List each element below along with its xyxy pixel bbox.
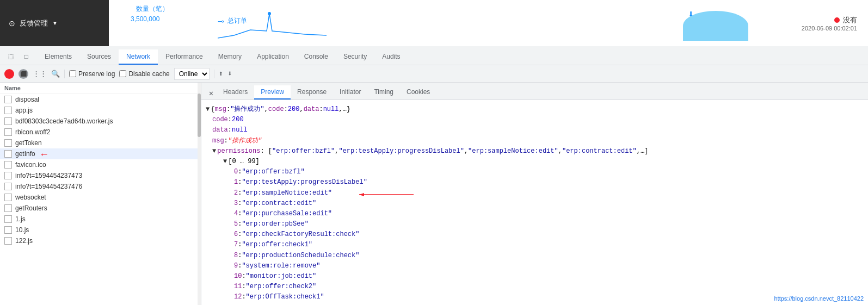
feedback-label: 反馈管理 (20, 18, 48, 28)
file-item-122js[interactable]: 122.js (0, 235, 201, 246)
stop-button[interactable]: ⬛ (19, 69, 28, 79)
file-item-appjs[interactable]: app.js (0, 105, 201, 116)
json-item-8: 8 : "erp:productionSchedule:check" (201, 251, 868, 261)
json-item-0: 0 : "erp:offer:bzfl" (201, 167, 868, 177)
file-name: app.js (15, 107, 196, 114)
tab-response[interactable]: Response (291, 85, 333, 99)
status-panel: 没有 2020-06-09 00:02:01 (759, 0, 868, 46)
tab-timing[interactable]: Timing (367, 85, 400, 99)
file-checkbox (4, 204, 12, 212)
chevron-icon: ▼ (52, 20, 58, 26)
tab-sources[interactable]: Sources (79, 49, 119, 65)
file-item-worker[interactable]: bdf08303c3cede7ad64b.worker.js (0, 116, 201, 127)
disable-cache-checkbox[interactable]: Disable cache (119, 70, 169, 78)
file-item-info1[interactable]: info?t=1594454237473 (0, 170, 201, 181)
devtools-tab-bar: ⬚ ☐ Elements Sources Network Performance… (0, 46, 868, 65)
file-checkbox (4, 237, 12, 245)
file-name: 10.js (15, 226, 196, 234)
json-item-3: 3 : "erp:contract:edit" (201, 198, 868, 209)
tab-performance[interactable]: Performance (158, 49, 211, 65)
tab-elements[interactable]: Elements (37, 49, 79, 65)
expand-arrow[interactable]: ▼ (206, 104, 210, 115)
file-item-getrouters[interactable]: getRouters (0, 203, 201, 214)
preserve-log-input[interactable] (69, 70, 76, 77)
tab-initiator[interactable]: Initiator (333, 85, 367, 99)
divider2 (214, 70, 214, 78)
file-item-favicon[interactable]: favicon.ico (0, 159, 201, 170)
file-item-10js[interactable]: 10.js (0, 225, 201, 235)
status-time: 2020-06-09 00:02:01 (802, 25, 857, 32)
file-name: getToken (15, 139, 196, 147)
network-toolbar: ⬛ ⋮⋮ 🔍 Preserve log Disable cache Online… (0, 65, 868, 83)
tab-console[interactable]: Console (297, 49, 336, 65)
status-text: 没有 (843, 15, 857, 25)
chart-area: 数量（笔） 3,500,000 ⊸ 总订单 ⬇ (109, 0, 759, 46)
file-checkbox (4, 150, 12, 158)
file-checkbox (4, 226, 12, 234)
file-item-getinfo[interactable]: getInfo ← (0, 148, 201, 159)
tab-audits[interactable]: Audits (374, 49, 408, 65)
filter-icon[interactable]: ⋮⋮ (33, 70, 47, 78)
device-icon[interactable]: ☐ (20, 49, 33, 63)
import-button[interactable]: ⬆ (219, 69, 223, 78)
scrollbar-thumb[interactable] (198, 94, 201, 137)
disable-cache-input[interactable] (119, 70, 126, 77)
preview-panel: ✕ Headers Preview Response Initiator Tim… (201, 83, 868, 305)
arrow-annotation: ← (39, 149, 49, 160)
tab-preview[interactable]: Preview (254, 85, 291, 99)
file-item-gettoken[interactable]: getToken (0, 138, 201, 148)
file-name: info?t=1594454237476 (15, 183, 196, 190)
permissions-expand[interactable]: ▼ (212, 146, 216, 157)
file-item-1js[interactable]: 1.js (0, 214, 201, 225)
bottom-link[interactable]: https://blog.csdn.nevct_82110422 (774, 294, 864, 304)
record-button[interactable] (4, 69, 14, 79)
json-msg-line: msg : "操作成功" (201, 136, 868, 146)
status-dot (834, 17, 840, 23)
json-permissions-line: ▼ permissions : [ "erp:offer:bzfl" , "er… (201, 146, 868, 157)
chart-shape (683, 11, 748, 41)
tab-memory[interactable]: Memory (211, 49, 249, 65)
tab-network[interactable]: Network (119, 49, 158, 65)
file-item-rbicon[interactable]: rbicon.woff2 (0, 127, 201, 138)
tab-application[interactable]: Application (249, 49, 297, 65)
devtools-icon-group: ⬚ ☐ (4, 49, 33, 65)
tab-cookies[interactable]: Cookies (400, 85, 436, 99)
main-content: Name disposal app.js bdf08303c3cede7ad64… (0, 83, 868, 305)
status-row: 没有 (834, 15, 857, 25)
file-item-websocket[interactable]: websocket (0, 192, 201, 203)
json-data-line: data : null (201, 125, 868, 135)
tab-headers[interactable]: Headers (217, 85, 254, 99)
file-checkbox (4, 161, 12, 169)
export-button[interactable]: ⬇ (227, 69, 232, 78)
file-checkbox (4, 96, 12, 103)
chart-quantity-label: 数量（笔） (136, 4, 169, 14)
scrollbar[interactable] (198, 83, 201, 305)
file-name: websocket (15, 194, 196, 201)
chart-svg (218, 8, 327, 41)
preserve-log-label: Preserve log (78, 70, 115, 78)
red-arrow-annotation (354, 189, 419, 200)
chart-value: 3,500,000 (131, 15, 159, 23)
file-name: 122.js (15, 237, 196, 245)
json-array-line: ▼ [0 … 99] (201, 157, 868, 167)
array-expand[interactable]: ▼ (223, 157, 227, 167)
preserve-log-checkbox[interactable]: Preserve log (69, 70, 115, 78)
json-item-5: 5 : "erp:order:pbSee" (201, 219, 868, 229)
file-item-info2[interactable]: info?t=1594454237476 (0, 181, 201, 192)
cursor-icon[interactable]: ⬚ (4, 49, 17, 63)
json-code-line: code : 200 (201, 115, 868, 125)
feedback-panel: ⊙ 反馈管理 ▼ (0, 0, 109, 46)
file-checkbox (4, 172, 12, 179)
search-icon[interactable]: 🔍 (51, 70, 60, 78)
preview-tab-bar: ✕ Headers Preview Response Initiator Tim… (201, 83, 868, 100)
json-preview[interactable]: ▼ { msg : "操作成功" , code : 200 , data : n… (201, 100, 868, 305)
file-name: bdf08303c3cede7ad64b.worker.js (15, 117, 196, 125)
file-checkbox (4, 139, 12, 147)
file-item-disposal[interactable]: disposal (0, 94, 201, 105)
json-item-4: 4 : "erp:purchaseSale:edit" (201, 209, 868, 219)
json-item-12: 12 : "erp:OffTask:check1" (201, 292, 868, 302)
close-tab-button[interactable]: ✕ (206, 89, 217, 99)
tab-security[interactable]: Security (336, 49, 374, 65)
file-checkbox (4, 117, 12, 125)
throttle-select[interactable]: Online (174, 68, 210, 80)
